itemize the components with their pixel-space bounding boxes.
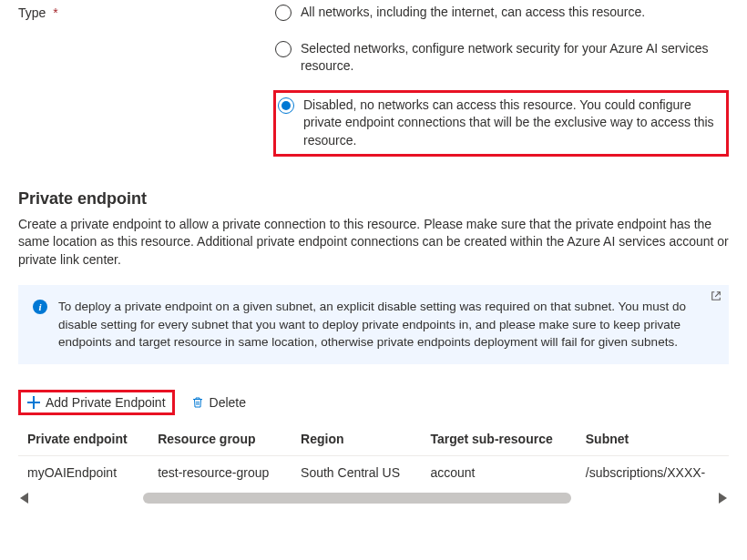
trash-icon: [191, 396, 204, 409]
type-label-text: Type: [18, 5, 46, 20]
table-header-row: Private endpoint Resource group Region T…: [18, 424, 729, 456]
cell-region: South Central US: [292, 456, 421, 490]
type-field-row: Type * All networks, including the inter…: [18, 0, 729, 168]
required-indicator: *: [53, 5, 57, 20]
cell-target: account: [421, 456, 576, 490]
type-label: Type *: [18, 0, 273, 20]
radio-icon[interactable]: [278, 97, 294, 114]
table-row[interactable]: myOAIEndpoint test-resource-group South …: [18, 456, 729, 490]
radio-option-selected-networks[interactable]: Selected networks, configure network sec…: [273, 36, 729, 79]
cell-resource-group: test-resource-group: [148, 456, 292, 490]
col-target-sub-resource[interactable]: Target sub-resource: [421, 424, 576, 456]
radio-label: Selected networks, configure network sec…: [301, 40, 723, 76]
col-private-endpoint[interactable]: Private endpoint: [18, 424, 148, 456]
cell-subnet: /subscriptions/XXXX-: [577, 456, 729, 490]
horizontal-scrollbar[interactable]: [18, 489, 729, 505]
scroll-left-arrow-icon[interactable]: [20, 493, 28, 504]
add-button-label: Add Private Endpoint: [46, 395, 166, 410]
add-private-endpoint-button[interactable]: Add Private Endpoint: [18, 390, 175, 415]
delete-button-label: Delete: [210, 395, 246, 410]
radio-option-disabled[interactable]: Disabled, no networks can access this re…: [273, 90, 729, 157]
info-text: To deploy a private endpoint on a given …: [58, 298, 714, 351]
scroll-track[interactable]: [34, 493, 713, 504]
scroll-thumb[interactable]: [143, 493, 571, 504]
delete-button[interactable]: Delete: [184, 392, 253, 413]
col-subnet[interactable]: Subnet: [577, 424, 729, 456]
radio-label: Disabled, no networks can access this re…: [303, 97, 721, 150]
private-endpoint-description: Create a private endpoint to allow a pri…: [18, 216, 729, 270]
radio-icon[interactable]: [275, 41, 292, 57]
external-link-icon[interactable]: [711, 290, 721, 304]
col-resource-group[interactable]: Resource group: [148, 424, 292, 456]
col-region[interactable]: Region: [292, 424, 421, 456]
network-type-radio-group: All networks, including the internet, ca…: [273, 0, 729, 168]
radio-option-all-networks[interactable]: All networks, including the internet, ca…: [273, 0, 729, 25]
endpoint-toolbar: Add Private Endpoint Delete: [18, 390, 729, 415]
scroll-right-arrow-icon[interactable]: [719, 493, 727, 504]
private-endpoints-table: Private endpoint Resource group Region T…: [18, 424, 729, 489]
private-endpoint-heading: Private endpoint: [18, 189, 729, 209]
radio-label: All networks, including the internet, ca…: [301, 4, 723, 22]
info-icon: i: [33, 300, 47, 314]
info-callout: i To deploy a private endpoint on a give…: [18, 285, 729, 364]
radio-icon[interactable]: [275, 5, 292, 21]
plus-icon: [27, 396, 40, 409]
cell-endpoint: myOAIEndpoint: [18, 456, 148, 490]
